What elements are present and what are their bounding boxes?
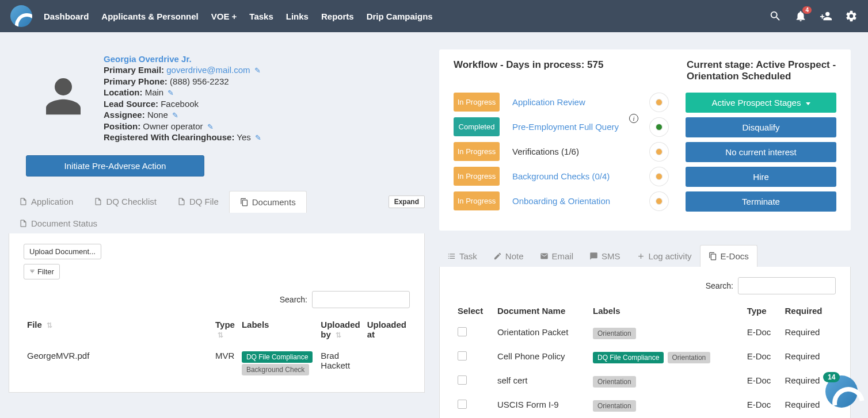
workflow-status-badge: In Progress [454, 142, 500, 161]
tab-dq-checklist[interactable]: DQ Checklist [83, 191, 167, 212]
workflow-panel: Workflow - Days in process: 575 Current … [439, 49, 851, 231]
documents-table: File ⇅Type ⇅LabelsUploadedby ⇅Uploadedat… [24, 314, 410, 382]
pre-adverse-button[interactable]: Initiate Pre-Adverse Action [26, 155, 204, 177]
label-pill: Background Check [242, 364, 309, 375]
doc-col-uploaded-by[interactable]: Uploadedby ⇅ [317, 314, 363, 345]
profile-name[interactable]: Georgia Overdrive Jr. [104, 54, 261, 64]
tab-document-status[interactable]: Document Status [9, 213, 108, 234]
nav-item-reports[interactable]: Reports [321, 11, 354, 21]
action-disqualify[interactable]: Disqualify [686, 117, 836, 137]
upload-document-button[interactable]: Upload Document... [24, 244, 101, 259]
edoc-col-type: Type [744, 300, 782, 321]
workflow-step-link[interactable]: Application Review [512, 97, 643, 107]
row-checkbox[interactable] [458, 327, 467, 336]
position-value: Owner operator [143, 121, 203, 131]
edoc-name[interactable]: Cell Phone Policy [494, 346, 589, 370]
reg-value: Yes [237, 132, 250, 142]
row-checkbox[interactable] [458, 351, 467, 361]
doc-col-type[interactable]: Type ⇅ [212, 314, 238, 345]
tab-task[interactable]: Task [439, 246, 485, 267]
edoc-type: E-Doc [744, 370, 782, 394]
workflow-dot [656, 173, 663, 180]
edit-email-icon[interactable]: ✎ [254, 66, 261, 75]
edoc-col-required: Required [782, 300, 836, 321]
edoc-search-input[interactable] [738, 277, 836, 294]
email-link[interactable]: goverdrive@mail.com [166, 65, 250, 75]
workflow-status-badge: Completed [454, 117, 500, 136]
tab-sms[interactable]: SMS [581, 246, 629, 267]
search-icon[interactable] [769, 10, 782, 22]
doc-col-uploaded-at: Uploadedat [364, 314, 410, 345]
tab-note[interactable]: Note [485, 246, 532, 267]
help-widget[interactable]: 14 [825, 375, 858, 408]
table-row: Orientation PacketOrientationE-DocRequir… [454, 321, 836, 346]
assignee-label: Assignee: [104, 110, 145, 120]
workflow-status-badge: In Progress [454, 167, 500, 186]
doc-col-file[interactable]: File ⇅ [24, 314, 212, 345]
add-user-icon[interactable] [820, 10, 832, 22]
edoc-name[interactable]: USCIS Form I-9 [494, 394, 589, 418]
phone-label: Primary Phone: [104, 76, 167, 86]
edoc-name[interactable]: Orientation Packet [494, 321, 589, 346]
edit-reg-icon[interactable]: ✎ [255, 133, 261, 142]
workflow-dot [656, 148, 663, 155]
workflow-step: In ProgressBackground Checks (0/4) [454, 167, 663, 186]
edoc-name[interactable]: self cert [494, 370, 589, 394]
workflow-step: In ProgressApplication Review [454, 93, 663, 112]
position-label: Position: [104, 121, 140, 131]
workflow-title: Workflow - Days in process: 575 [454, 59, 603, 82]
tab-application[interactable]: Application [9, 191, 83, 212]
lead-label: Lead Source: [104, 99, 158, 109]
tab-dq-file[interactable]: DQ File [167, 191, 229, 212]
workflow-step: In ProgressVerifications (1/6) [454, 142, 663, 161]
action-no-current-interest[interactable]: No current interest [686, 142, 836, 162]
edit-position-icon[interactable]: ✎ [207, 122, 214, 131]
workflow-status-badge: In Progress [454, 93, 500, 112]
nav-item-applicants-personnel[interactable]: Applicants & Personnel [101, 11, 198, 21]
tab-e-docs[interactable]: E-Docs [700, 245, 757, 267]
action-terminate[interactable]: Terminate [686, 191, 836, 212]
table-row: GeorgeMVR.pdfMVRDQ File ComplianceBackgr… [24, 345, 410, 382]
action-hire[interactable]: Hire [686, 167, 836, 187]
filter-label: Filter [37, 267, 54, 276]
nav-item-links[interactable]: Links [286, 11, 309, 21]
main-nav: DashboardApplicants & PersonnelVOE +Task… [44, 11, 433, 21]
label-pill: DQ File Compliance [593, 352, 664, 363]
bell-icon[interactable]: 4 [794, 10, 807, 22]
file-type: MVR [212, 345, 238, 382]
edoc-col-labels: Labels [589, 300, 744, 321]
edit-assignee-icon[interactable]: ✎ [172, 111, 178, 120]
action-active-prospect-stages[interactable]: Active Prospect Stages [686, 93, 836, 113]
table-row: self certOrientationE-DocRequired [454, 370, 836, 394]
doc-col-labels: Labels [238, 314, 317, 345]
expand-button[interactable]: Expand [389, 195, 425, 208]
assignee-value: None [147, 110, 168, 120]
workflow-step: In ProgressOnboarding & Orientation [454, 191, 663, 210]
nav-item-voe-[interactable]: VOE + [211, 11, 237, 21]
workflow-step-link: Verifications (1/6) [512, 147, 643, 156]
email-label: Primary Email: [104, 65, 164, 75]
tab-email[interactable]: Email [532, 246, 582, 267]
doc-search-input[interactable] [312, 291, 410, 308]
tab-log-activity[interactable]: Log activity [629, 246, 700, 267]
filter-button[interactable]: Filter [24, 264, 60, 279]
edoc-type: E-Doc [744, 321, 782, 346]
tab-documents[interactable]: Documents [229, 191, 307, 213]
file-name[interactable]: GeorgeMVR.pdf [24, 345, 212, 382]
workflow-step: CompletedPre-Employment Full Queryi [454, 117, 663, 136]
info-icon[interactable]: i [629, 114, 638, 123]
nav-item-drip-campaigns[interactable]: Drip Campaigns [367, 11, 433, 21]
label-pill: DQ File Compliance [242, 351, 313, 363]
workflow-step-link[interactable]: Onboarding & Orientation [512, 196, 643, 206]
row-checkbox[interactable] [458, 400, 467, 409]
edit-location-icon[interactable]: ✎ [167, 89, 174, 97]
row-checkbox[interactable] [458, 375, 467, 385]
app-logo[interactable] [10, 5, 32, 27]
nav-item-dashboard[interactable]: Dashboard [44, 11, 89, 21]
nav-item-tasks[interactable]: Tasks [249, 11, 273, 21]
edoc-col-document-name: Document Name [494, 300, 589, 321]
uploaded-by: Brad Hackett [317, 345, 363, 382]
workflow-step-link[interactable]: Background Checks (0/4) [512, 171, 643, 181]
workflow-step-link[interactable]: Pre-Employment Full Query [512, 122, 643, 132]
gear-icon[interactable] [845, 10, 858, 22]
